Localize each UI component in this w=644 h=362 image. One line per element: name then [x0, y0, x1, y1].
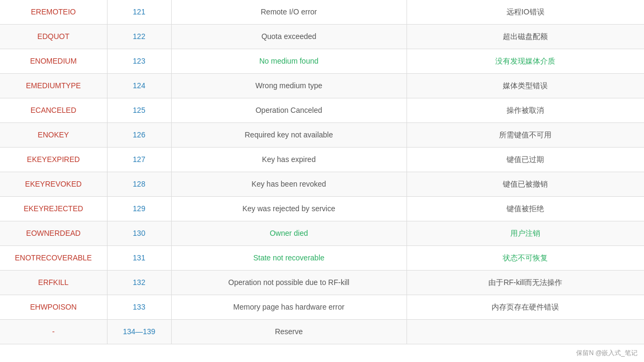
error-name: ENOKEY	[0, 123, 107, 148]
error-number: 132	[107, 271, 171, 295]
error-name: ERFKILL	[0, 271, 107, 295]
table-row: EDQUOT122Quota exceeded超出磁盘配额	[0, 25, 644, 49]
error-name: ECANCELED	[0, 98, 107, 123]
table-row: EOWNERDEAD130Owner died用户注销	[0, 221, 644, 246]
error-chinese: 超出磁盘配额	[407, 25, 644, 49]
error-chinese: 键值被拒绝	[407, 197, 644, 221]
error-number: 134—139	[107, 320, 171, 344]
error-description: Wrong medium type	[171, 74, 407, 98]
error-name: EKEYREJECTED	[0, 197, 107, 221]
table-row: EMEDIUMTYPE124Wrong medium type媒体类型错误	[0, 74, 644, 98]
table-row: ERFKILL132Operation not possible due to …	[0, 271, 644, 295]
table-row: ENOTRECOVERABLE131State not recoverable状…	[0, 246, 644, 271]
error-name: EKEYEXPIRED	[0, 148, 107, 172]
table-row: -134—139Reserve	[0, 320, 644, 344]
error-number: 121	[107, 0, 171, 25]
table-row: EKEYEXPIRED127Key has expired键值已过期	[0, 148, 644, 172]
error-description: Operation Canceled	[171, 98, 407, 123]
error-description: Key has been revoked	[171, 172, 407, 197]
error-chinese: 远程IO错误	[407, 0, 644, 25]
error-number: 130	[107, 221, 171, 246]
error-chinese: 媒体类型错误	[407, 74, 644, 98]
error-description: Owner died	[171, 221, 407, 246]
error-description: Reserve	[171, 320, 407, 344]
error-chinese: 状态不可恢复	[407, 246, 644, 271]
table-row: EHWPOISON133Memory page has hardware err…	[0, 295, 644, 320]
error-number: 126	[107, 123, 171, 148]
error-chinese: 键值已被撤销	[407, 172, 644, 197]
error-name: ENOMEDIUM	[0, 49, 107, 74]
error-description: State not recoverable	[171, 246, 407, 271]
error-number: 128	[107, 172, 171, 197]
error-chinese: 操作被取消	[407, 98, 644, 123]
error-number: 133	[107, 295, 171, 320]
table-row: ECANCELED125Operation Canceled操作被取消	[0, 98, 644, 123]
error-chinese: 所需键值不可用	[407, 123, 644, 148]
error-description: Key was rejected by service	[171, 197, 407, 221]
error-name: EKEYREVOKED	[0, 172, 107, 197]
error-chinese: 用户注销	[407, 221, 644, 246]
table-row: EKEYREJECTED129Key was rejected by servi…	[0, 197, 644, 221]
error-name: EREMOTEIO	[0, 0, 107, 25]
error-chinese: 没有发现媒体介质	[407, 49, 644, 74]
error-description: Required key not available	[171, 123, 407, 148]
error-name: EMEDIUMTYPE	[0, 74, 107, 98]
error-name: EDQUOT	[0, 25, 107, 49]
table-row: EKEYREVOKED128Key has been revoked键值已被撤销	[0, 172, 644, 197]
error-number: 125	[107, 98, 171, 123]
error-chinese: 由于RF-kill而无法操作	[407, 271, 644, 295]
error-description: Remote I/O error	[171, 0, 407, 25]
error-number: 124	[107, 74, 171, 98]
error-description: Operation not possible due to RF-kill	[171, 271, 407, 295]
error-description: Key has expired	[171, 148, 407, 172]
error-name: EOWNERDEAD	[0, 221, 107, 246]
error-number: 122	[107, 25, 171, 49]
error-description: No medium found	[171, 49, 407, 74]
error-description: Memory page has hardware error	[171, 295, 407, 320]
error-name: EHWPOISON	[0, 295, 107, 320]
error-number: 129	[107, 197, 171, 221]
error-codes-table: EREMOTEIO121Remote I/O error远程IO错误EDQUOT…	[0, 0, 644, 344]
error-number: 131	[107, 246, 171, 271]
error-chinese: 键值已过期	[407, 148, 644, 172]
error-number: 127	[107, 148, 171, 172]
error-name: -	[0, 320, 107, 344]
error-chinese	[407, 320, 644, 344]
table-row: ENOKEY126Required key not available所需键值不…	[0, 123, 644, 148]
table-row: ENOMEDIUM123No medium found没有发现媒体介质	[0, 49, 644, 74]
table-row: EREMOTEIO121Remote I/O error远程IO错误	[0, 0, 644, 25]
error-name: ENOTRECOVERABLE	[0, 246, 107, 271]
error-chinese: 内存页存在硬件错误	[407, 295, 644, 320]
error-description: Quota exceeded	[171, 25, 407, 49]
error-number: 123	[107, 49, 171, 74]
